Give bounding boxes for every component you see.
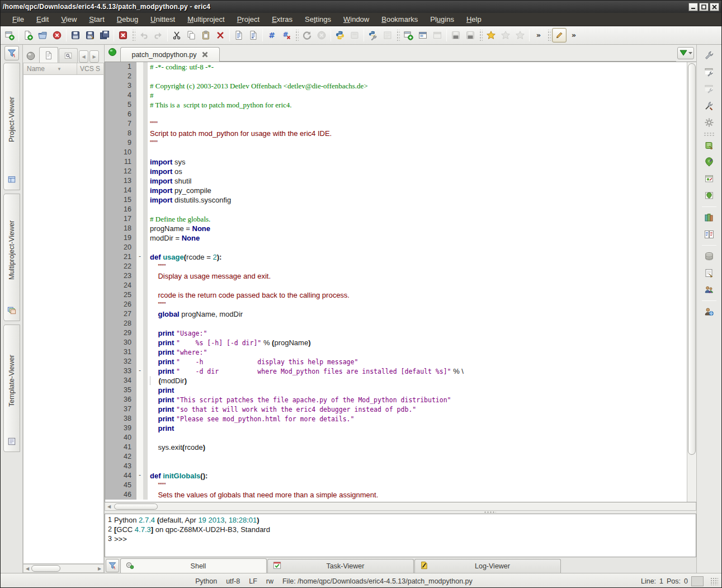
- line-number[interactable]: 27: [105, 309, 136, 319]
- window-tools-icon[interactable]: [702, 65, 716, 79]
- tab-list-dropdown-button[interactable]: [677, 47, 694, 59]
- compare-files-icon[interactable]: [702, 227, 716, 242]
- goto-brace-icon[interactable]: [246, 28, 261, 43]
- project-properties-icon[interactable]: [702, 138, 716, 153]
- toggle-bookmark-icon[interactable]: #: [265, 28, 279, 43]
- line-number[interactable]: 13: [105, 176, 136, 186]
- arrange-windows-icon[interactable]: [416, 28, 430, 43]
- line-number[interactable]: 30: [105, 338, 136, 347]
- line-number[interactable]: 29: [105, 328, 136, 338]
- fold-marker-icon[interactable]: -: [136, 252, 143, 262]
- line-number[interactable]: 44: [105, 471, 136, 481]
- menu-window[interactable]: Window: [337, 13, 375, 25]
- sidebar-tab-project-viewer[interactable]: Project-Viewer: [3, 63, 20, 190]
- line-number[interactable]: 38: [105, 414, 136, 424]
- code-editor[interactable]: 1# -*- coding: utf-8 -*-23# Copyright (c…: [105, 62, 696, 502]
- clear-bookmarks-icon[interactable]: #: [279, 28, 294, 43]
- line-number[interactable]: 45: [105, 481, 136, 490]
- tab-scroll-right-button[interactable]: ▶: [89, 50, 99, 63]
- zoom-widget[interactable]: [691, 576, 704, 586]
- line-number[interactable]: 23: [105, 271, 136, 281]
- wrench-tool-icon[interactable]: [702, 48, 716, 63]
- menu-file[interactable]: File: [6, 13, 30, 25]
- line-number[interactable]: 5: [105, 100, 136, 110]
- line-number[interactable]: 4: [105, 91, 136, 100]
- line-number[interactable]: 7: [105, 119, 136, 129]
- goto-line-icon[interactable]: [232, 28, 246, 43]
- resize-grip[interactable]: [710, 577, 718, 585]
- configure-tools-icon[interactable]: [702, 98, 716, 113]
- line-number[interactable]: 3: [105, 81, 136, 91]
- scroll-right-icon[interactable]: ▶: [96, 566, 103, 571]
- line-number[interactable]: 19: [105, 233, 136, 243]
- documentation-icon[interactable]: [702, 210, 716, 225]
- menu-view[interactable]: View: [55, 13, 83, 25]
- debug-window-icon[interactable]: [702, 189, 716, 203]
- line-number[interactable]: 37: [105, 404, 136, 414]
- save-all-icon[interactable]: [97, 28, 112, 43]
- hscroll-thumb[interactable]: [114, 504, 158, 510]
- edit-note-icon[interactable]: [702, 266, 716, 280]
- menu-help[interactable]: Help: [460, 13, 488, 25]
- editor-hscrollbar[interactable]: ◀: [105, 502, 696, 511]
- filter-icon[interactable]: [4, 46, 19, 60]
- project-panel-hscrollbar[interactable]: ◀ ▶: [23, 564, 104, 573]
- sidebar-tab-multiproject-viewer[interactable]: Multiproject-Viewer: [3, 194, 20, 321]
- shell-panel[interactable]: 1Python 2.7.4 (default, Apr 19 2013, 18:…: [105, 514, 696, 557]
- tab-close-icon[interactable]: [201, 51, 209, 58]
- menu-edit[interactable]: Edit: [30, 13, 55, 25]
- run-script-icon[interactable]: [333, 28, 347, 43]
- bottom-tab-task-viewer[interactable]: Task-Viewer: [267, 559, 414, 573]
- line-number[interactable]: 14: [105, 186, 136, 195]
- menu-bookmarks[interactable]: Bookmarks: [375, 13, 424, 25]
- paste-icon[interactable]: [199, 28, 213, 43]
- delete-icon[interactable]: [213, 28, 228, 43]
- line-number[interactable]: 11: [105, 157, 136, 167]
- project-tree-body[interactable]: [23, 75, 104, 564]
- scroll-left-icon[interactable]: ◀: [23, 566, 31, 571]
- scroll-left-icon[interactable]: ◀: [105, 504, 113, 509]
- line-number[interactable]: 35: [105, 385, 136, 395]
- editor-vscrollbar[interactable]: [687, 62, 696, 502]
- hscroll-thumb[interactable]: [31, 565, 60, 572]
- cut-icon[interactable]: [169, 28, 184, 43]
- fold-marker-icon[interactable]: -: [136, 471, 143, 481]
- close-all-icon[interactable]: [116, 28, 130, 43]
- user-tools-icon[interactable]: [702, 283, 716, 297]
- line-number[interactable]: 2: [105, 72, 136, 81]
- line-number[interactable]: 20: [105, 243, 136, 252]
- line-number[interactable]: 8: [105, 129, 136, 138]
- line-number[interactable]: 16: [105, 205, 136, 214]
- close-file-icon[interactable]: [50, 28, 64, 43]
- debug-script-icon[interactable]: [366, 28, 380, 43]
- user-network-icon[interactable]: [702, 304, 716, 319]
- line-number[interactable]: 36: [105, 395, 136, 404]
- line-number[interactable]: 26: [105, 300, 136, 309]
- toolbar-drag-handle[interactable]: [131, 30, 135, 41]
- save-icon[interactable]: [68, 28, 83, 43]
- line-number[interactable]: 43: [105, 462, 136, 471]
- toolbar-overflow-icon[interactable]: »: [531, 28, 546, 43]
- fold-marker-icon[interactable]: -: [136, 366, 143, 376]
- project-sources-tab[interactable]: [39, 47, 58, 63]
- toolbar-overflow-icon[interactable]: »: [567, 28, 581, 43]
- line-number[interactable]: 34: [105, 376, 136, 385]
- minimize-button[interactable]: [688, 3, 698, 11]
- line-number[interactable]: 24: [105, 281, 136, 290]
- line-number[interactable]: 31: [105, 347, 136, 357]
- editor-tab[interactable]: patch_modpython.py: [120, 47, 220, 62]
- toolbar-drag-handle[interactable]: [479, 30, 483, 41]
- menu-extras[interactable]: Extras: [266, 13, 299, 25]
- tab-scroll-left-button[interactable]: ◀: [79, 50, 88, 63]
- bottom-tab-shell[interactable]: Shell: [120, 558, 267, 573]
- new-file-icon[interactable]: [21, 28, 35, 43]
- line-number[interactable]: 17: [105, 214, 136, 224]
- preferences-gear-icon[interactable]: [702, 115, 716, 130]
- project-tree-header[interactable]: Name ▼ VCS S: [23, 63, 104, 75]
- toolbar-drag-handle[interactable]: [704, 132, 715, 136]
- edit-mode-icon[interactable]: [552, 28, 567, 43]
- close-button[interactable]: [710, 3, 719, 11]
- line-number[interactable]: 22: [105, 262, 136, 271]
- open-file-icon[interactable]: [35, 28, 50, 43]
- line-number[interactable]: 10: [105, 148, 136, 157]
